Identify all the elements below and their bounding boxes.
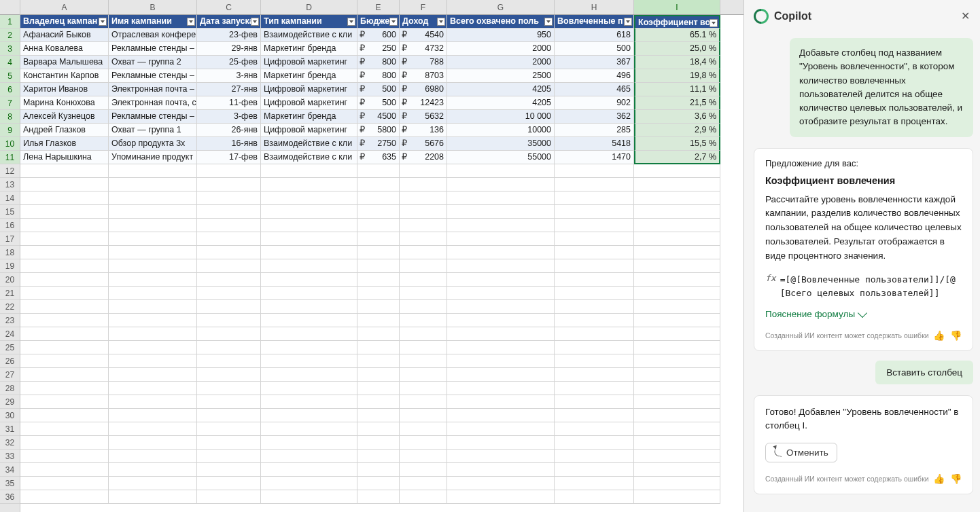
cell-B9[interactable]: Охват — группа 1 bbox=[109, 124, 197, 137]
cell-D21[interactable] bbox=[261, 287, 357, 300]
cell-H7[interactable]: 902 bbox=[555, 96, 634, 110]
cell-I24[interactable] bbox=[634, 327, 720, 341]
cell-E10[interactable]: ₽2750 bbox=[357, 137, 400, 151]
cell-A14[interactable] bbox=[20, 191, 109, 205]
cell-A10[interactable]: Илья Глазков bbox=[20, 137, 109, 151]
cell-E29[interactable] bbox=[357, 395, 400, 409]
cell-I12[interactable] bbox=[634, 164, 720, 178]
cell-H31[interactable] bbox=[555, 422, 634, 436]
cell-G31[interactable] bbox=[447, 422, 555, 436]
cell-A32[interactable] bbox=[20, 436, 109, 450]
select-all-corner[interactable] bbox=[0, 0, 20, 15]
cell-B13[interactable] bbox=[109, 178, 197, 191]
cell-B34[interactable] bbox=[109, 463, 197, 477]
cell-A4[interactable]: Варвара Малышева bbox=[20, 56, 109, 69]
thumbs-up-icon[interactable]: 👍 bbox=[933, 330, 945, 341]
cell-F26[interactable] bbox=[400, 354, 447, 368]
cell-I11[interactable]: 2,7 % bbox=[634, 151, 720, 164]
cell-D24[interactable] bbox=[261, 327, 357, 341]
cell-D35[interactable] bbox=[261, 477, 357, 490]
cell-A3[interactable]: Анна Ковалева bbox=[20, 42, 109, 56]
cell-C14[interactable] bbox=[197, 191, 261, 205]
cell-B35[interactable] bbox=[109, 477, 197, 490]
cell-I29[interactable] bbox=[634, 395, 720, 409]
cell-H34[interactable] bbox=[555, 463, 634, 477]
cell-E23[interactable] bbox=[357, 314, 400, 327]
row-header-8[interactable]: 8 bbox=[0, 110, 20, 124]
cell-F15[interactable] bbox=[400, 205, 447, 219]
cell-A27[interactable] bbox=[20, 368, 109, 382]
cell-B17[interactable] bbox=[109, 232, 197, 246]
thumbs-up-icon-2[interactable]: 👍 bbox=[933, 473, 945, 484]
cell-I8[interactable]: 3,6 % bbox=[634, 110, 720, 124]
thumbs-down-icon-2[interactable]: 👎 bbox=[950, 473, 962, 484]
cell-I7[interactable]: 21,5 % bbox=[634, 96, 720, 110]
cell-G35[interactable] bbox=[447, 477, 555, 490]
cell-B24[interactable] bbox=[109, 327, 197, 341]
cell-I25[interactable] bbox=[634, 341, 720, 354]
cell-E3[interactable]: ₽250 bbox=[357, 42, 400, 56]
cell-I28[interactable] bbox=[634, 382, 720, 395]
filter-icon[interactable] bbox=[544, 18, 553, 26]
cell-G12[interactable] bbox=[447, 164, 555, 178]
cell-G8[interactable]: 10 000 bbox=[447, 110, 555, 124]
cell-C10[interactable]: 16-янв bbox=[197, 137, 261, 151]
cell-F2[interactable]: ₽4540 bbox=[400, 29, 447, 42]
cell-I17[interactable] bbox=[634, 232, 720, 246]
cell-I27[interactable] bbox=[634, 368, 720, 382]
cell-G26[interactable] bbox=[447, 354, 555, 368]
cell-D11[interactable]: Взаимодействие с кли bbox=[261, 151, 357, 164]
cell-D28[interactable] bbox=[261, 382, 357, 395]
cell-G28[interactable] bbox=[447, 382, 555, 395]
cell-D26[interactable] bbox=[261, 354, 357, 368]
cell-D8[interactable]: Маркетинг бренда bbox=[261, 110, 357, 124]
cell-F29[interactable] bbox=[400, 395, 447, 409]
cell-A20[interactable] bbox=[20, 273, 109, 287]
cell-B28[interactable] bbox=[109, 382, 197, 395]
cell-H35[interactable] bbox=[555, 477, 634, 490]
cell-C20[interactable] bbox=[197, 273, 261, 287]
cell-D10[interactable]: Взаимодействие с кли bbox=[261, 137, 357, 151]
cell-I4[interactable]: 18,4 % bbox=[634, 56, 720, 69]
cell-B10[interactable]: Обзор продукта 3x bbox=[109, 137, 197, 151]
cell-I5[interactable]: 19,8 % bbox=[634, 69, 720, 83]
cell-G5[interactable]: 2500 bbox=[447, 69, 555, 83]
cell-C24[interactable] bbox=[197, 327, 261, 341]
thumbs-down-icon[interactable]: 👎 bbox=[950, 330, 962, 341]
cell-E36[interactable] bbox=[357, 490, 400, 504]
cell-H29[interactable] bbox=[555, 395, 634, 409]
cell-F34[interactable] bbox=[400, 463, 447, 477]
cell-C26[interactable] bbox=[197, 354, 261, 368]
cell-I6[interactable]: 11,1 % bbox=[634, 83, 720, 96]
cell-E21[interactable] bbox=[357, 287, 400, 300]
cell-B36[interactable] bbox=[109, 490, 197, 504]
cell-A5[interactable]: Константин Карпов bbox=[20, 69, 109, 83]
cell-B22[interactable] bbox=[109, 300, 197, 314]
cell-C8[interactable]: 3-фев bbox=[197, 110, 261, 124]
column-header-B[interactable]: B bbox=[109, 0, 197, 14]
cell-H11[interactable]: 1470 bbox=[555, 151, 634, 164]
cell-C33[interactable] bbox=[197, 450, 261, 463]
cell-A31[interactable] bbox=[20, 422, 109, 436]
cell-F9[interactable]: ₽136 bbox=[400, 124, 447, 137]
cell-I9[interactable]: 2,9 % bbox=[634, 124, 720, 137]
cell-H23[interactable] bbox=[555, 314, 634, 327]
cell-F27[interactable] bbox=[400, 368, 447, 382]
cell-D12[interactable] bbox=[261, 164, 357, 178]
cell-H2[interactable]: 618 bbox=[555, 29, 634, 42]
cell-D23[interactable] bbox=[261, 314, 357, 327]
cell-B5[interactable]: Рекламные стенды – bbox=[109, 69, 197, 83]
cell-G3[interactable]: 2000 bbox=[447, 42, 555, 56]
cell-D6[interactable]: Цифровой маркетинг bbox=[261, 83, 357, 96]
cell-B15[interactable] bbox=[109, 205, 197, 219]
cell-C6[interactable]: 27-янв bbox=[197, 83, 261, 96]
cell-F24[interactable] bbox=[400, 327, 447, 341]
filter-icon[interactable] bbox=[624, 18, 632, 26]
cell-E5[interactable]: ₽800 bbox=[357, 69, 400, 83]
cell-C28[interactable] bbox=[197, 382, 261, 395]
cell-A30[interactable] bbox=[20, 409, 109, 422]
column-header-D[interactable]: D bbox=[261, 0, 357, 14]
cell-D13[interactable] bbox=[261, 178, 357, 191]
cell-E28[interactable] bbox=[357, 382, 400, 395]
row-header-20[interactable]: 20 bbox=[0, 273, 20, 287]
